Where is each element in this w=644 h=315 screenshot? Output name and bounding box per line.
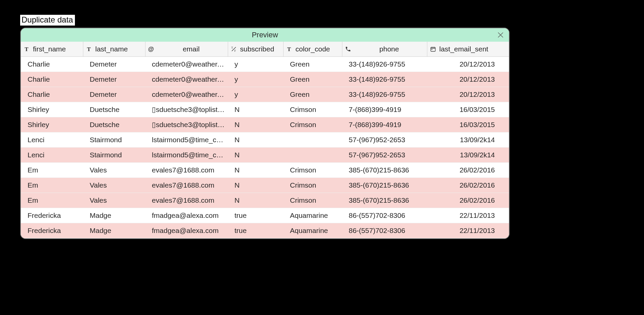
cell-last_name: Madge (83, 208, 145, 223)
column-header-first_name[interactable]: Tfirst_name (21, 42, 83, 57)
cell-subscribed: N (228, 117, 283, 132)
svg-rect-9 (431, 49, 432, 50)
cell-last_email_sent: 26/02/2016 (427, 163, 509, 178)
calendar-icon (430, 46, 436, 52)
cell-color_code: Crimson (283, 117, 342, 132)
table-row[interactable]: LenciStairmondlstairmond5@time_comN57-(9… (21, 148, 509, 163)
cell-color_code: Green (283, 87, 342, 102)
close-button[interactable] (497, 31, 504, 39)
cell-last_name: Demeter (83, 57, 145, 72)
cell-last_name: Stairmond (83, 132, 145, 148)
cell-first_name: Charlie (21, 57, 83, 72)
cell-first_name: Shirley (21, 102, 83, 117)
cell-color_code: Green (283, 72, 342, 87)
table-row[interactable]: CharlieDemetercdemeter0@weather.comyGree… (21, 87, 509, 102)
cell-first_name: Fredericka (21, 208, 83, 223)
column-label: subscribed (240, 45, 274, 53)
cell-subscribed: y (228, 72, 283, 87)
table-header: Tfirst_nameTlast_name@emailTFsubscribedT… (21, 42, 509, 57)
cell-last_email_sent: 20/12/2013 (427, 87, 509, 102)
cell-color_code (283, 148, 342, 163)
cell-last_name: Stairmond (83, 148, 145, 163)
table-row[interactable]: LenciStairmondlstairmond5@time_comN57-(9… (21, 132, 509, 148)
cell-email: cdemeter0@weather.com (145, 72, 228, 87)
cell-last_email_sent: 26/02/2016 (427, 193, 509, 208)
column-label: first_name (33, 45, 66, 53)
cell-last_email_sent: 22/11/2013 (427, 223, 509, 238)
cell-phone: 385-(670)215-8636 (342, 178, 427, 193)
cell-subscribed: N (228, 178, 283, 193)
cell-first_name: Em (21, 178, 83, 193)
preview-title: Preview (252, 31, 278, 39)
column-header-last_name[interactable]: Tlast_name (83, 42, 145, 57)
cell-subscribed: y (228, 87, 283, 102)
cell-last_email_sent: 16/03/2015 (427, 117, 509, 132)
cell-last_email_sent: 20/12/2013 (427, 72, 509, 87)
column-label: last_email_sent (439, 45, 488, 53)
cell-last_name: Demeter (83, 72, 145, 87)
cell-color_code (283, 132, 342, 148)
cell-last_email_sent: 26/02/2016 (427, 178, 509, 193)
cell-color_code: Aquamarine (283, 223, 342, 238)
column-header-phone[interactable]: phone (342, 42, 427, 57)
svg-text:F: F (234, 49, 236, 52)
cell-subscribed: N (228, 148, 283, 163)
cell-phone: 7-(868)399-4919 (342, 102, 427, 117)
table-row[interactable]: EmValesevales7@1688.comNCrimson385-(670)… (21, 178, 509, 193)
cell-first_name: Charlie (21, 72, 83, 87)
cell-last_email_sent: 16/03/2015 (427, 102, 509, 117)
preview-titlebar: Preview (21, 28, 509, 42)
cell-email: fmadgea@alexa.com (145, 223, 228, 238)
cell-color_code: Crimson (283, 102, 342, 117)
cell-color_code: Crimson (283, 178, 342, 193)
cell-subscribed: y (228, 57, 283, 72)
table-row[interactable]: FrederickaMadgefmadgea@alexa.comtrueAqua… (21, 208, 509, 223)
cell-phone: 57-(967)952-2653 (342, 148, 427, 163)
table-row[interactable]: CharlieDemetercdemeter0@weather.comyGree… (21, 57, 509, 72)
cell-email: cdemeter0@weather.com (145, 87, 228, 102)
column-header-color_code[interactable]: Tcolor_code (283, 42, 342, 57)
column-header-last_email_sent[interactable]: last_email_sent (427, 42, 509, 57)
cell-email: evales7@1688.com (145, 193, 228, 208)
svg-text:T: T (231, 47, 233, 50)
cell-email: ▯sduetsche3@toplist-cz (145, 102, 228, 117)
column-header-email[interactable]: @email (145, 42, 228, 57)
cell-last_name: Vales (83, 163, 145, 178)
cell-subscribed: true (228, 223, 283, 238)
table-row[interactable]: FrederickaMadgefmadgea@alexa.comtrueAqua… (21, 223, 509, 238)
cell-subscribed: N (228, 163, 283, 178)
cell-phone: 385-(670)215-8636 (342, 163, 427, 178)
cell-phone: 86-(557)702-8306 (342, 223, 427, 238)
cell-last_name: Duetsche (83, 117, 145, 132)
cell-color_code: Crimson (283, 163, 342, 178)
column-label: last_name (95, 45, 128, 53)
cell-phone: 33-(148)926-9755 (342, 72, 427, 87)
column-label: color_code (296, 45, 330, 53)
cell-subscribed: N (228, 102, 283, 117)
cell-email: ▯sduetsche3@toplist-cz (145, 117, 228, 132)
table-body: CharlieDemetercdemeter0@weather.comyGree… (21, 57, 509, 238)
cell-last_name: Madge (83, 223, 145, 238)
cell-phone: 385-(670)215-8636 (342, 193, 427, 208)
table-row[interactable]: EmValesevales7@1688.comNCrimson385-(670)… (21, 193, 509, 208)
cell-last_name: Duetsche (83, 102, 145, 117)
cell-subscribed: N (228, 132, 283, 148)
cell-color_code: Green (283, 57, 342, 72)
cell-first_name: Charlie (21, 87, 83, 102)
at-icon: @ (148, 46, 154, 52)
text-icon: T (24, 46, 30, 52)
close-icon (497, 31, 504, 39)
cell-email: cdemeter0@weather.com (145, 57, 228, 72)
column-header-subscribed[interactable]: TFsubscribed (228, 42, 283, 57)
boolean-icon: TF (231, 46, 237, 52)
table-row[interactable]: ShirleyDuetsche▯sduetsche3@toplist-czNCr… (21, 102, 509, 117)
table-row[interactable]: ShirleyDuetsche▯sduetsche3@toplist-czNCr… (21, 117, 509, 132)
cell-color_code: Aquamarine (283, 208, 342, 223)
cell-color_code: Crimson (283, 193, 342, 208)
cell-last_name: Demeter (83, 87, 145, 102)
cell-last_email_sent: 13/09/2k14 (427, 148, 509, 163)
table-row[interactable]: EmValesevales7@1688.comNCrimson385-(670)… (21, 163, 509, 178)
table-row[interactable]: CharlieDemetercdemeter0@weather.comyGree… (21, 72, 509, 87)
cell-first_name: Lenci (21, 132, 83, 148)
cell-last_email_sent: 13/09/2k14 (427, 132, 509, 148)
